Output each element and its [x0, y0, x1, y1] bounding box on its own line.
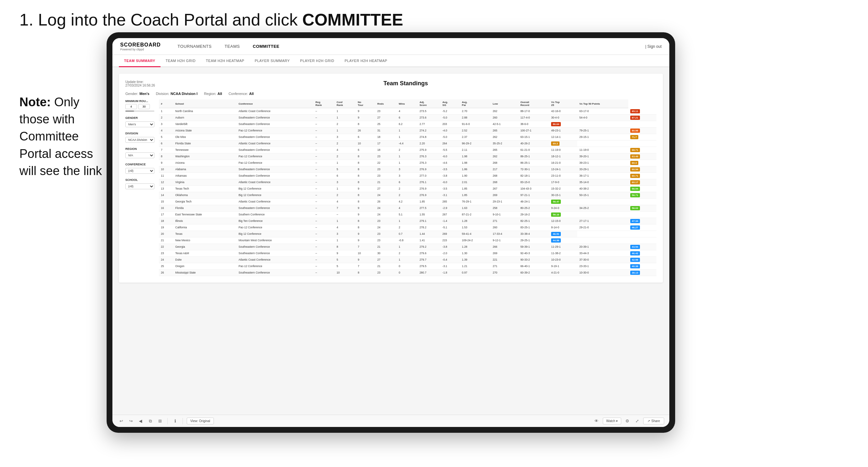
- table-cell: 9: [356, 114, 375, 121]
- toolbar-expand-icon[interactable]: ⤢: [633, 417, 641, 425]
- table-cell: 1.90: [460, 173, 491, 179]
- col-avg-sg: Avg.SG: [441, 99, 460, 108]
- table-cell: 1.44: [418, 230, 441, 237]
- share-button[interactable]: ↗ Share: [643, 417, 664, 424]
- table-cell: 8: [356, 198, 375, 205]
- sidebar-gender-select[interactable]: Men's Women's: [125, 121, 154, 127]
- table-cell: –: [314, 173, 335, 179]
- toolbar-redo-icon[interactable]: ↪: [127, 417, 134, 425]
- table-cell: 7: [159, 147, 174, 153]
- table-cell: 23: [375, 173, 397, 179]
- table-cell: Southeastern Conference: [237, 250, 314, 256]
- table-cell: 1: [335, 108, 356, 115]
- subnav-team-h2h-grid[interactable]: TEAM H2H GRID: [160, 55, 201, 67]
- table-cell: 21: [375, 244, 397, 250]
- table-cell: -4.4: [397, 140, 417, 147]
- table-cell: 276.9: [418, 185, 441, 192]
- col-conf-rank: ConfRank: [335, 99, 356, 108]
- table-cell: –: [314, 179, 335, 185]
- table-cell: 8: [356, 160, 375, 166]
- tablet-screen: SCOREBOARD Powered by clippd TOURNAMENTS…: [113, 38, 669, 427]
- table-cell: 8: [335, 244, 356, 250]
- table-cell: 13-24-1: [549, 166, 577, 173]
- table-cell: 267: [441, 211, 460, 218]
- standings-table: # School Conference RegRank ConfRank NoT…: [159, 99, 656, 276]
- table-cell: –: [314, 166, 335, 173]
- table-cell: 6: [335, 173, 356, 179]
- toolbar-undo-icon[interactable]: ↩: [118, 417, 125, 425]
- table-cell: 8-14-0: [549, 224, 577, 230]
- table-cell: -6.0: [441, 153, 460, 160]
- sign-out-button[interactable]: | Sign out: [645, 44, 661, 49]
- toolbar-copy-icon[interactable]: ⧉: [147, 417, 154, 425]
- table-cell: Southeastern Conference: [237, 173, 314, 179]
- toolbar-eye-icon[interactable]: 👁: [593, 417, 600, 425]
- filter-region: Region: All: [204, 92, 222, 96]
- watch-label: Watch ▾: [606, 419, 618, 423]
- table-cell: Southeastern Conference: [237, 205, 314, 211]
- table-cell: 10: [356, 250, 375, 256]
- table-cell: 42.98: [628, 256, 656, 263]
- min-rounds-max-input[interactable]: [138, 104, 150, 109]
- sidebar-division-select[interactable]: NCAA Division I NCAA Division II NCAA Di…: [125, 137, 154, 143]
- nav-committee[interactable]: COMMITTEE: [246, 38, 286, 55]
- table-cell: 40.38: [628, 263, 656, 269]
- toolbar-settings-icon[interactable]: ⚙: [624, 417, 631, 425]
- table-cell: –: [314, 263, 335, 269]
- table-cell: 21: [159, 237, 174, 244]
- table-cell: 59-41-4: [460, 230, 491, 237]
- rounds-range-slider: [125, 111, 154, 112]
- table-cell: 109-24-2: [460, 237, 491, 244]
- table-cell: 68.71: [628, 147, 656, 153]
- table-cell: Mississippi State: [174, 269, 237, 276]
- table-cell: 6: [356, 147, 375, 153]
- table-cell: Southeastern Conference: [237, 121, 314, 127]
- toolbar-divider-2: [183, 418, 183, 424]
- subnav-player-summary[interactable]: PLAYER SUMMARY: [249, 55, 295, 67]
- table-cell: 9-24-0: [549, 205, 577, 211]
- conference-label: Conference:: [228, 92, 248, 96]
- subnav-player-h2h-heatmap[interactable]: PLAYER H2H HEATMAP: [340, 55, 393, 67]
- table-cell: 8: [356, 218, 375, 224]
- table-cell: 265: [491, 147, 519, 153]
- tablet-frame: SCOREBOARD Powered by clippd TOURNAMENTS…: [106, 32, 675, 433]
- table-cell: 46-24-1: [519, 198, 549, 205]
- table-cell: –: [314, 224, 335, 230]
- subnav-team-h2h-heatmap[interactable]: TEAM H2H HEATMAP: [200, 55, 249, 67]
- table-cell: 1: [335, 127, 356, 134]
- col-rnds: Rnds: [375, 99, 397, 108]
- sidebar-region-select[interactable]: N/A All: [125, 152, 154, 158]
- table-cell: Florida: [174, 205, 237, 211]
- nav-tournaments[interactable]: TOURNAMENTS: [171, 38, 218, 55]
- table-header-row: # School Conference RegRank ConfRank NoT…: [159, 99, 656, 108]
- table-cell: 17: [375, 140, 397, 147]
- subnav-team-summary[interactable]: TEAM SUMMARY: [119, 55, 160, 67]
- subnav-player-h2h-grid[interactable]: PLAYER H2H GRID: [295, 55, 340, 67]
- sidebar-conference-select[interactable]: (All): [125, 168, 154, 174]
- table-cell: 268: [491, 179, 519, 185]
- sidebar-conference-label: Conference: [125, 163, 154, 166]
- table-cell: -6.0: [441, 179, 460, 185]
- table-cell: 221: [491, 256, 519, 263]
- table-cell: 5.1: [397, 211, 417, 218]
- table-cell: 4: [397, 108, 417, 115]
- toolbar-paste-icon[interactable]: ⊞: [156, 417, 163, 425]
- nav-teams[interactable]: TEAMS: [218, 38, 246, 55]
- content-card: Update time: 27/03/2024 16:56:26 Team St…: [119, 74, 663, 283]
- table-cell: Arizona: [174, 160, 237, 166]
- table-cell: -3.1: [441, 192, 460, 198]
- bottom-toolbar: ↩ ↪ ◀ ⧉ ⊞ ℹ View: Original 👁 Watch ▾ ⚙ ⤢…: [113, 415, 669, 427]
- view-original-button[interactable]: View: Original: [187, 417, 214, 424]
- table-cell: -5.5: [441, 147, 460, 153]
- table-cell: 0: [397, 269, 417, 276]
- toolbar-info-icon[interactable]: ℹ: [172, 417, 179, 425]
- table-cell: 278.2: [418, 224, 441, 230]
- sidebar-school-select[interactable]: (All): [125, 183, 154, 189]
- min-rounds-min-input[interactable]: [125, 104, 137, 109]
- table-cell: 86-25-1: [519, 160, 549, 166]
- toolbar-back-icon[interactable]: ◀: [137, 417, 144, 425]
- table-cell: 2: [335, 192, 356, 198]
- watch-button[interactable]: Watch ▾: [603, 417, 622, 424]
- region-value: All: [217, 92, 222, 96]
- table-cell: 2: [397, 147, 417, 153]
